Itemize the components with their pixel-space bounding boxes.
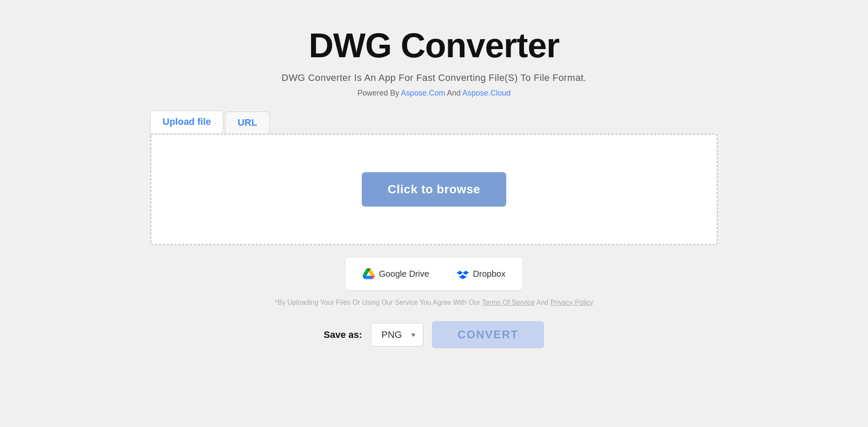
terms-prefix: *By Uploading Your Files Or Using Our Se… [275, 299, 482, 306]
cloud-buttons-container: Google Drive Dropbox [345, 257, 523, 290]
main-container: DWG Converter DWG Converter Is An App Fo… [133, 17, 735, 357]
subtitle: DWG Converter Is An App For Fast Convert… [282, 72, 587, 84]
tab-upload-file[interactable]: Upload file [150, 111, 223, 133]
powered-by-prefix: Powered By [357, 89, 401, 97]
powered-by-middle: And [445, 89, 462, 97]
dropbox-icon [457, 268, 469, 280]
aspose-com-link[interactable]: Aspose.Com [401, 89, 445, 97]
dropbox-button[interactable]: Dropbox [446, 262, 516, 286]
terms-middle: And [535, 299, 550, 306]
bottom-row: Save as: PNG PDF JPG SVG BMP TIFF CONVER… [324, 321, 545, 348]
tab-url[interactable]: URL [225, 111, 269, 133]
aspose-cloud-link[interactable]: Aspose.Cloud [462, 89, 511, 97]
save-as-label: Save as: [324, 329, 362, 340]
terms-of-service-link[interactable]: Terms Of Service [482, 299, 535, 306]
format-select[interactable]: PNG PDF JPG SVG BMP TIFF [371, 323, 423, 347]
google-drive-button[interactable]: Google Drive [352, 262, 440, 286]
google-drive-label: Google Drive [379, 269, 429, 279]
google-drive-icon [363, 268, 375, 280]
upload-dropzone[interactable]: Click to browse [150, 133, 718, 245]
browse-button[interactable]: Click to browse [362, 172, 506, 207]
powered-by: Powered By Aspose.Com And Aspose.Cloud [357, 89, 511, 98]
page-title: DWG Converter [309, 26, 560, 65]
format-select-wrapper: PNG PDF JPG SVG BMP TIFF [371, 323, 423, 347]
convert-button[interactable]: CONVERT [432, 321, 545, 348]
privacy-policy-link[interactable]: Privacy Policy [551, 299, 594, 306]
tabs-container: Upload file URL [150, 111, 718, 133]
dropbox-label: Dropbox [473, 269, 506, 279]
terms-text: *By Uploading Your Files Or Using Our Se… [275, 299, 593, 306]
